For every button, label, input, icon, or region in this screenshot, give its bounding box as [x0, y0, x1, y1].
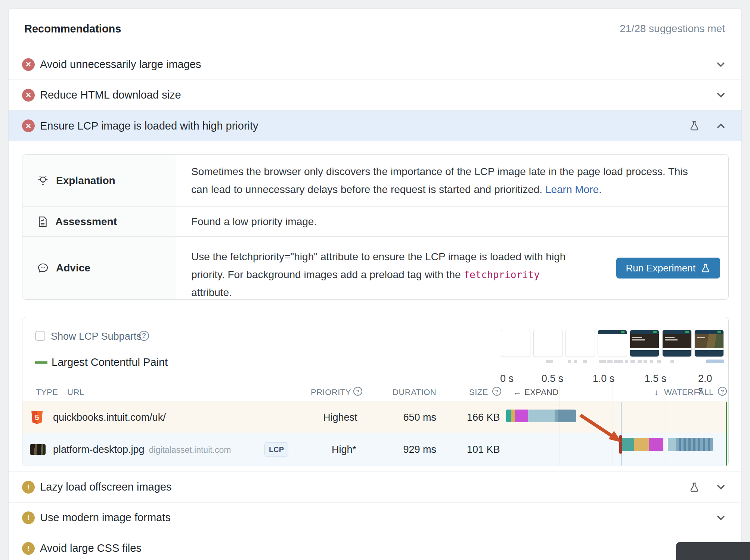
explanation-text: Sometimes the browser only discovers the…	[176, 155, 728, 207]
inline-code: fetchpriority	[464, 269, 540, 280]
resource-size: 166 KB	[467, 411, 500, 423]
fail-icon: ✕	[22, 89, 35, 102]
suggestions-met-count: 21/28 suggestions met	[620, 23, 725, 35]
recommendation-label: Avoid unnecessarily large images	[40, 58, 201, 71]
mini-tick	[650, 360, 653, 363]
overlay-widget[interactable]	[676, 542, 750, 560]
help-icon[interactable]: ?	[139, 331, 149, 341]
lcp-marker-line	[726, 402, 727, 466]
mini-scroll-indicator	[706, 360, 724, 363]
lcp-legend-label: Largest Contentful Paint	[52, 356, 168, 368]
warning-icon: !	[22, 542, 35, 555]
waterfall-gridline	[666, 385, 666, 466]
resource-priority: Highest	[323, 411, 357, 423]
recommendation-label: Ensure LCP image is loaded with high pri…	[40, 120, 258, 132]
mini-tick	[644, 360, 647, 363]
column-duration: DURATION	[393, 388, 436, 397]
advice-row-label: Advice	[22, 237, 176, 299]
recommendation-label: Use modern image formats	[40, 511, 171, 524]
recommendation-row-modern-formats[interactable]: ! Use modern image formats	[9, 502, 741, 533]
waterfall-gridline	[560, 385, 560, 466]
mini-tick	[574, 360, 577, 363]
mini-tick	[583, 360, 587, 363]
chevron-down-icon[interactable]	[715, 90, 726, 101]
run-experiment-button[interactable]: Run Experiment	[616, 258, 720, 279]
resource-url: platform-desktop.jpgdigitalasset.intuit.…	[53, 444, 231, 455]
help-icon[interactable]: ?	[353, 387, 362, 396]
recommendation-row-lazy-load[interactable]: ! Lazy load offscreen images	[9, 472, 741, 502]
request-discovered-marker	[619, 435, 622, 454]
mini-tick	[599, 360, 606, 363]
filmstrip-frame-1	[501, 330, 530, 357]
time-label: 0.5 s	[542, 373, 564, 385]
column-priority: PRIORITY	[311, 388, 351, 397]
svg-text:5: 5	[35, 413, 39, 421]
show-lcp-subparts-checkbox[interactable]	[35, 331, 45, 341]
assessment-row-label: Assessment	[22, 207, 176, 237]
expand-arrow-icon: ←	[513, 388, 522, 397]
mini-tick	[670, 360, 674, 363]
show-lcp-subparts-label[interactable]: Show LCP Subparts	[51, 331, 142, 342]
column-size: SIZE	[469, 388, 488, 397]
chevron-up-icon[interactable]	[715, 120, 726, 131]
column-type: TYPE	[36, 388, 58, 397]
waterfall-bar-lcp-image	[622, 438, 713, 451]
filmstrip-frame-5	[630, 330, 659, 357]
resource-domain: digitalasset.intuit.com	[149, 445, 231, 455]
mini-tick	[625, 360, 628, 363]
filmstrip-frame-7	[694, 330, 724, 357]
card-header: Recommendations 21/28 suggestions met	[9, 9, 741, 49]
recommendation-row-large-images[interactable]: ✕ Avoid unnecessarily large images	[9, 49, 741, 80]
image-thumbnail	[30, 444, 46, 455]
recommendation-label: Lazy load offscreen images	[40, 481, 172, 493]
resource-priority-link[interactable]: High*	[332, 444, 356, 455]
time-label: 1.5 s	[645, 373, 667, 385]
mini-tick	[657, 360, 661, 363]
filmstrip-frame-6	[662, 330, 692, 357]
mini-tick	[568, 360, 571, 363]
column-waterfall: WATERFALL	[664, 388, 714, 397]
column-expand[interactable]: EXPAND	[524, 388, 559, 397]
learn-more-link[interactable]: Learn More	[545, 184, 599, 195]
help-icon[interactable]: ?	[492, 387, 501, 396]
lcp-legend-marker	[35, 361, 47, 364]
recommendation-row-html-size[interactable]: ✕ Reduce HTML download size	[9, 80, 741, 110]
fail-icon: ✕	[22, 119, 35, 132]
resource-duration: 650 ms	[396, 411, 436, 423]
lcp-badge: LCP	[264, 442, 288, 457]
experiment-flask-icon[interactable]	[689, 121, 700, 131]
mini-tick	[638, 360, 642, 363]
explanation-row-label: Explanation	[22, 155, 176, 207]
help-icon[interactable]: ?	[718, 387, 727, 396]
mini-tick	[630, 360, 635, 363]
filmstrip-frame-3	[565, 330, 595, 357]
lcp-resources-panel: Show LCP Subparts ? Largest Contentful P…	[22, 317, 729, 466]
experiment-flask-icon[interactable]	[689, 482, 700, 492]
recommendation-row-lcp-priority[interactable]: ✕ Ensure LCP image is loaded with high p…	[9, 110, 741, 141]
chevron-down-icon[interactable]	[715, 482, 726, 493]
recommendation-label: Avoid large CSS files	[40, 542, 142, 554]
waterfall-bar-document	[506, 410, 576, 422]
waterfall-arrow-icon: ↓	[654, 388, 659, 397]
waterfall-gridline	[613, 385, 613, 466]
detail-table: Explanation Sometimes the browser only d…	[22, 154, 729, 300]
chevron-down-icon[interactable]	[715, 512, 726, 523]
speech-bubble-icon	[37, 262, 49, 274]
advice-text: Use the fetchpriority="high" attribute t…	[176, 237, 728, 299]
warning-icon: !	[22, 511, 35, 524]
chevron-down-icon[interactable]	[715, 59, 726, 70]
recommendation-row-large-css[interactable]: ! Avoid large CSS files	[9, 533, 741, 560]
recommendations-card: Recommendations 21/28 suggestions met ✕ …	[8, 8, 742, 560]
page-title: Recommendations	[24, 23, 121, 35]
resource-row-document[interactable]: 5 quickbooks.intuit.com/uk/ Highest 650 …	[22, 401, 728, 433]
filmstrip-frame-4	[598, 330, 627, 357]
resource-table-header: TYPE URL PRIORITY ? DURATION SIZE ? ← EX…	[22, 385, 728, 401]
warning-icon: !	[22, 481, 35, 494]
recommendation-label: Reduce HTML download size	[40, 89, 181, 101]
document-icon	[37, 216, 48, 227]
mini-tick	[546, 360, 553, 363]
time-label: 0 s	[500, 373, 514, 385]
html5-icon: 5	[31, 410, 43, 424]
filmstrip-frame-2	[533, 330, 563, 357]
lightbulb-icon	[37, 175, 49, 186]
